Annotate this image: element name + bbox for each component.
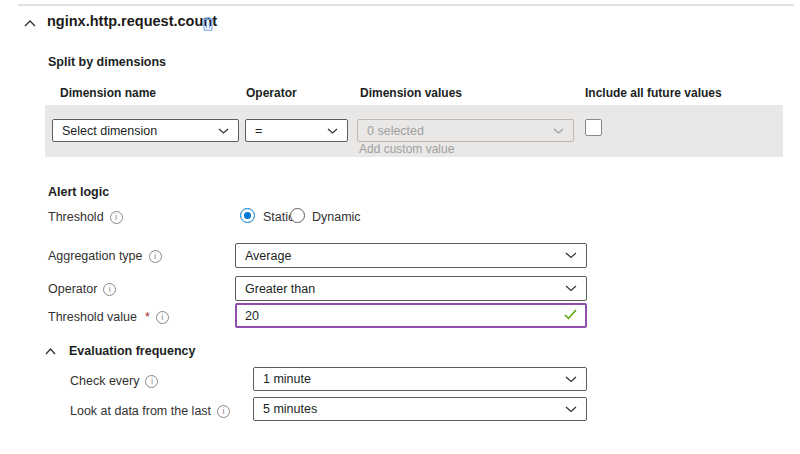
info-icon[interactable]: i — [149, 250, 162, 263]
required-asterisk: * — [145, 310, 150, 324]
operator-dropdown-value: Greater than — [245, 282, 315, 296]
info-icon[interactable]: i — [156, 311, 169, 324]
dimension-name-dropdown[interactable]: Select dimension — [52, 119, 239, 142]
column-header-include-all-future-values: Include all future values — [585, 86, 722, 100]
info-icon[interactable]: i — [103, 283, 116, 296]
split-by-dimensions-heading: Split by dimensions — [48, 55, 166, 69]
chevron-down-icon — [327, 128, 338, 134]
look-back-label-row: Look at data from the last i — [70, 404, 230, 418]
valid-check-icon — [564, 309, 585, 323]
dimension-operator-dropdown[interactable]: = — [245, 119, 348, 142]
chevron-down-icon — [565, 406, 577, 413]
threshold-dynamic-radio[interactable] — [290, 208, 305, 223]
threshold-dynamic-label[interactable]: Dynamic — [312, 210, 361, 224]
top-divider — [18, 4, 794, 6]
chevron-down-icon — [565, 252, 577, 259]
operator-label: Operator — [48, 282, 97, 296]
info-icon[interactable]: i — [217, 405, 230, 418]
operator-label-row: Operator i — [48, 282, 116, 296]
check-every-label: Check every — [70, 374, 139, 388]
collapse-evaluation-frequency-chevron-icon[interactable] — [45, 348, 56, 355]
alert-condition-panel: nginx.http.request.count Split by dimens… — [0, 0, 800, 454]
dimension-values-dropdown-value: 0 selected — [367, 124, 424, 138]
threshold-value-label-row: Threshold value * i — [48, 310, 169, 324]
chevron-down-icon — [565, 285, 577, 292]
chevron-down-icon — [553, 128, 564, 134]
threshold-value-input[interactable] — [237, 305, 564, 326]
metric-title: nginx.http.request.count — [47, 13, 217, 29]
column-header-dimension-values: Dimension values — [360, 86, 462, 100]
check-every-label-row: Check every i — [70, 374, 158, 388]
threshold-label: Threshold — [48, 210, 104, 224]
threshold-static-radio[interactable] — [240, 208, 255, 223]
check-every-dropdown-value: 1 minute — [263, 372, 311, 386]
delete-metric-button[interactable] — [197, 13, 219, 35]
column-header-dimension-name: Dimension name — [60, 86, 156, 100]
look-back-dropdown-value: 5 minutes — [263, 402, 317, 416]
dimension-values-dropdown: 0 selected — [357, 119, 574, 142]
look-back-dropdown[interactable]: 5 minutes — [253, 397, 587, 421]
aggregation-type-dropdown[interactable]: Average — [235, 243, 587, 268]
operator-dropdown[interactable]: Greater than — [235, 276, 587, 301]
aggregation-type-dropdown-value: Average — [245, 249, 291, 263]
aggregation-type-label: Aggregation type — [48, 249, 143, 263]
info-icon[interactable]: i — [145, 375, 158, 388]
aggregation-type-label-row: Aggregation type i — [48, 249, 162, 263]
threshold-label-row: Threshold i — [48, 210, 123, 224]
check-every-dropdown[interactable]: 1 minute — [253, 367, 587, 391]
alert-logic-heading: Alert logic — [48, 185, 109, 199]
info-icon[interactable]: i — [110, 211, 123, 224]
threshold-value-label: Threshold value — [48, 310, 137, 324]
collapse-metric-chevron-icon[interactable] — [24, 20, 36, 27]
dimension-operator-dropdown-value: = — [255, 124, 262, 138]
evaluation-frequency-heading: Evaluation frequency — [69, 344, 195, 358]
look-back-label: Look at data from the last — [70, 404, 211, 418]
column-header-operator: Operator — [246, 86, 297, 100]
threshold-value-field-wrap — [235, 303, 587, 328]
include-all-future-values-checkbox[interactable] — [585, 119, 602, 136]
chevron-down-icon — [218, 128, 229, 134]
chevron-down-icon — [565, 376, 577, 383]
add-custom-value-link[interactable]: Add custom value — [359, 142, 454, 156]
dimension-name-dropdown-value: Select dimension — [62, 124, 157, 138]
trash-icon — [201, 16, 215, 32]
